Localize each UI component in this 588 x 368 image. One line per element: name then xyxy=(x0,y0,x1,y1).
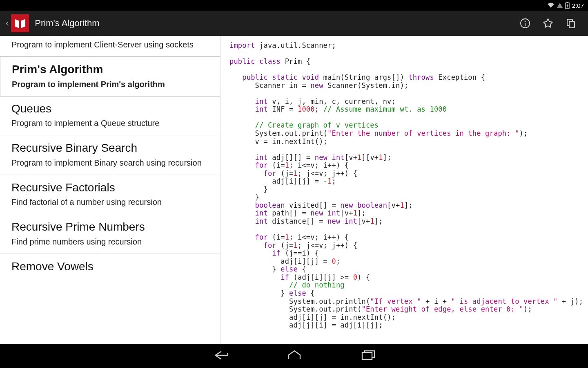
list-item-subtitle: Find factorial of a number using recursi… xyxy=(11,197,209,207)
back-icon[interactable]: ‹ xyxy=(6,18,9,29)
status-bar: 2:07 xyxy=(0,0,588,11)
page-title: Prim's Algorithm xyxy=(35,18,99,29)
svg-rect-1 xyxy=(566,2,568,3)
list-item[interactable]: Remove Vowels xyxy=(0,254,220,283)
list-item[interactable]: Program to implement Client-Server using… xyxy=(0,36,220,57)
nav-recent-button[interactable] xyxy=(360,349,376,363)
code-pane[interactable]: import java.util.Scanner; public class P… xyxy=(220,36,588,344)
nav-back-button[interactable] xyxy=(212,349,229,363)
list-item-selected[interactable]: Prim's Algorithm Program to implement Pr… xyxy=(0,56,220,96)
list-item-subtitle: Find prime numbers using recursion xyxy=(11,236,209,247)
info-button[interactable] xyxy=(514,12,537,35)
action-bar: ‹ Prim's Algorithm xyxy=(0,11,588,36)
copy-button[interactable] xyxy=(559,12,582,35)
app-icon[interactable] xyxy=(11,14,29,32)
svg-rect-7 xyxy=(362,352,372,359)
list-item[interactable]: Recursive Binary Search Program to imple… xyxy=(0,135,220,175)
list-item[interactable]: Queues Program to implement a Queue stru… xyxy=(0,96,220,136)
wifi-icon xyxy=(547,2,555,8)
list-item-subtitle: Program to implement Prim's algorithm xyxy=(12,79,208,90)
list-item-title: Recursive Binary Search xyxy=(11,141,209,155)
list-item-subtitle: Program to implement Binary search using… xyxy=(11,157,209,168)
program-list[interactable]: Program to implement Client-Server using… xyxy=(0,36,220,344)
list-item-title: Queues xyxy=(11,102,209,116)
signal-icon xyxy=(557,3,563,8)
favorite-button[interactable] xyxy=(537,12,559,35)
battery-icon xyxy=(565,2,570,9)
list-item-title: Recursive Factorials xyxy=(11,181,209,195)
list-item-subtitle: Program to implement a Queue structure xyxy=(11,118,209,128)
list-item-title: Prim's Algorithm xyxy=(12,63,208,76)
status-clock: 2:07 xyxy=(572,2,584,9)
list-item-title: Remove Vowels xyxy=(11,260,209,274)
svg-rect-6 xyxy=(569,21,575,28)
list-item[interactable]: Recursive Prime Numbers Find prime numbe… xyxy=(0,214,220,254)
list-item-subtitle: Program to implement Client-Server using… xyxy=(11,39,209,50)
nav-bar xyxy=(0,344,588,368)
content-area: Program to implement Client-Server using… xyxy=(0,36,588,344)
list-item-title: Recursive Prime Numbers xyxy=(11,220,209,234)
list-item[interactable]: Recursive Factorials Find factorial of a… xyxy=(0,175,220,215)
svg-point-3 xyxy=(525,21,526,22)
nav-home-button[interactable] xyxy=(286,349,303,363)
code-content: import java.util.Scanner; public class P… xyxy=(229,42,585,330)
